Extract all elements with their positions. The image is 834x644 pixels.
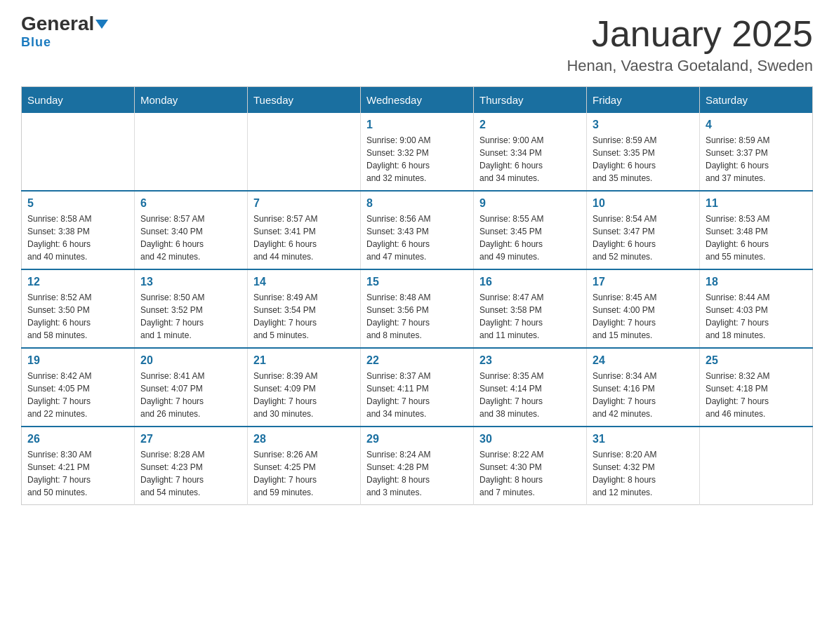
day-number: 21 [253,354,355,367]
day-info: Sunrise: 8:22 AMSunset: 4:30 PMDaylight:… [479,448,581,499]
calendar-week-row: 5Sunrise: 8:58 AMSunset: 3:38 PMDaylight… [22,191,813,269]
calendar-cell: 8Sunrise: 8:56 AMSunset: 3:43 PMDaylight… [361,191,474,269]
day-number: 20 [140,354,241,367]
day-of-week-monday: Monday [135,87,248,114]
day-number: 4 [706,119,807,131]
day-number: 29 [366,433,468,445]
day-info: Sunrise: 8:30 AMSunset: 4:21 PMDaylight:… [27,448,128,499]
day-of-week-tuesday: Tuesday [248,87,361,114]
day-number: 22 [366,354,468,367]
day-number: 13 [140,276,241,288]
calendar-cell: 11Sunrise: 8:53 AMSunset: 3:48 PMDayligh… [700,191,813,269]
calendar-header-row: SundayMondayTuesdayWednesdayThursdayFrid… [22,87,813,114]
day-number: 14 [253,276,355,288]
calendar-week-row: 12Sunrise: 8:52 AMSunset: 3:50 PMDayligh… [22,269,813,348]
day-info: Sunrise: 8:28 AMSunset: 4:23 PMDaylight:… [140,448,241,499]
day-info: Sunrise: 8:37 AMSunset: 4:11 PMDaylight:… [366,370,468,420]
day-info: Sunrise: 8:59 AMSunset: 3:37 PMDaylight:… [706,134,807,185]
day-number: 6 [140,197,241,210]
day-info: Sunrise: 8:53 AMSunset: 3:48 PMDaylight:… [706,213,807,263]
calendar-cell [700,427,813,505]
calendar-cell: 21Sunrise: 8:39 AMSunset: 4:09 PMDayligh… [248,348,361,427]
calendar-cell: 6Sunrise: 8:57 AMSunset: 3:40 PMDaylight… [135,191,248,269]
calendar-week-row: 1Sunrise: 9:00 AMSunset: 3:32 PMDaylight… [22,113,813,191]
day-number: 16 [479,276,581,288]
day-number: 3 [593,119,694,131]
calendar-cell: 27Sunrise: 8:28 AMSunset: 4:23 PMDayligh… [135,427,248,505]
day-number: 9 [479,197,581,210]
day-number: 2 [479,119,581,131]
calendar-cell: 15Sunrise: 8:48 AMSunset: 3:56 PMDayligh… [361,269,474,348]
day-number: 31 [593,433,694,445]
day-info: Sunrise: 8:54 AMSunset: 3:47 PMDaylight:… [593,213,694,263]
logo-blue-text: Blue [21,35,108,50]
calendar-cell: 1Sunrise: 9:00 AMSunset: 3:32 PMDaylight… [361,113,474,191]
calendar-table: SundayMondayTuesdayWednesdayThursdayFrid… [21,86,813,505]
day-number: 27 [140,433,241,445]
day-info: Sunrise: 8:58 AMSunset: 3:38 PMDaylight:… [27,213,128,263]
calendar-cell: 26Sunrise: 8:30 AMSunset: 4:21 PMDayligh… [22,427,135,505]
day-info: Sunrise: 8:49 AMSunset: 3:54 PMDaylight:… [253,291,355,342]
day-number: 1 [366,119,468,131]
day-number: 17 [593,276,694,288]
day-number: 10 [593,197,694,210]
day-info: Sunrise: 8:35 AMSunset: 4:14 PMDaylight:… [479,370,581,420]
day-number: 25 [706,354,807,367]
day-info: Sunrise: 8:34 AMSunset: 4:16 PMDaylight:… [593,370,694,420]
calendar-cell: 28Sunrise: 8:26 AMSunset: 4:25 PMDayligh… [248,427,361,505]
day-number: 5 [27,197,128,210]
day-number: 23 [479,354,581,367]
day-of-week-thursday: Thursday [474,87,587,114]
day-info: Sunrise: 8:57 AMSunset: 3:40 PMDaylight:… [140,213,241,263]
calendar-cell: 14Sunrise: 8:49 AMSunset: 3:54 PMDayligh… [248,269,361,348]
day-info: Sunrise: 8:52 AMSunset: 3:50 PMDaylight:… [27,291,128,342]
calendar-cell: 20Sunrise: 8:41 AMSunset: 4:07 PMDayligh… [135,348,248,427]
day-number: 18 [706,276,807,288]
day-info: Sunrise: 8:48 AMSunset: 3:56 PMDaylight:… [366,291,468,342]
day-info: Sunrise: 8:56 AMSunset: 3:43 PMDaylight:… [366,213,468,263]
logo-text: General [21,14,108,34]
day-info: Sunrise: 8:45 AMSunset: 4:00 PMDaylight:… [593,291,694,342]
calendar-cell: 31Sunrise: 8:20 AMSunset: 4:32 PMDayligh… [587,427,700,505]
calendar-cell: 3Sunrise: 8:59 AMSunset: 3:35 PMDaylight… [587,113,700,191]
calendar-cell: 10Sunrise: 8:54 AMSunset: 3:47 PMDayligh… [587,191,700,269]
calendar-cell: 17Sunrise: 8:45 AMSunset: 4:00 PMDayligh… [587,269,700,348]
calendar-cell: 22Sunrise: 8:37 AMSunset: 4:11 PMDayligh… [361,348,474,427]
calendar-cell: 13Sunrise: 8:50 AMSunset: 3:52 PMDayligh… [135,269,248,348]
calendar-cell: 19Sunrise: 8:42 AMSunset: 4:05 PMDayligh… [22,348,135,427]
day-number: 12 [27,276,128,288]
day-info: Sunrise: 8:39 AMSunset: 4:09 PMDaylight:… [253,370,355,420]
day-info: Sunrise: 8:42 AMSunset: 4:05 PMDaylight:… [27,370,128,420]
day-info: Sunrise: 8:20 AMSunset: 4:32 PMDaylight:… [593,448,694,499]
calendar-cell: 25Sunrise: 8:32 AMSunset: 4:18 PMDayligh… [700,348,813,427]
calendar-week-row: 19Sunrise: 8:42 AMSunset: 4:05 PMDayligh… [22,348,813,427]
day-number: 24 [593,354,694,367]
day-number: 15 [366,276,468,288]
calendar-cell: 9Sunrise: 8:55 AMSunset: 3:45 PMDaylight… [474,191,587,269]
title-area: January 2025 Henan, Vaestra Goetaland, S… [567,14,813,75]
calendar-week-row: 26Sunrise: 8:30 AMSunset: 4:21 PMDayligh… [22,427,813,505]
logo: General Blue [21,14,108,50]
day-of-week-saturday: Saturday [700,87,813,114]
calendar-cell: 29Sunrise: 8:24 AMSunset: 4:28 PMDayligh… [361,427,474,505]
calendar-cell: 12Sunrise: 8:52 AMSunset: 3:50 PMDayligh… [22,269,135,348]
calendar-cell: 23Sunrise: 8:35 AMSunset: 4:14 PMDayligh… [474,348,587,427]
page-header: General Blue January 2025 Henan, Vaestra… [21,14,813,75]
calendar-cell: 24Sunrise: 8:34 AMSunset: 4:16 PMDayligh… [587,348,700,427]
calendar-cell: 4Sunrise: 8:59 AMSunset: 3:37 PMDaylight… [700,113,813,191]
day-number: 28 [253,433,355,445]
day-number: 8 [366,197,468,210]
calendar-cell: 18Sunrise: 8:44 AMSunset: 4:03 PMDayligh… [700,269,813,348]
calendar-cell [22,113,135,191]
calendar-cell: 5Sunrise: 8:58 AMSunset: 3:38 PMDaylight… [22,191,135,269]
day-info: Sunrise: 9:00 AMSunset: 3:34 PMDaylight:… [479,134,581,185]
day-number: 19 [27,354,128,367]
day-info: Sunrise: 8:50 AMSunset: 3:52 PMDaylight:… [140,291,241,342]
calendar-cell [135,113,248,191]
day-number: 7 [253,197,355,210]
calendar-subtitle: Henan, Vaestra Goetaland, Sweden [567,57,813,75]
day-info: Sunrise: 8:59 AMSunset: 3:35 PMDaylight:… [593,134,694,185]
logo-triangle-icon [95,20,108,29]
day-of-week-wednesday: Wednesday [361,87,474,114]
day-info: Sunrise: 8:26 AMSunset: 4:25 PMDaylight:… [253,448,355,499]
